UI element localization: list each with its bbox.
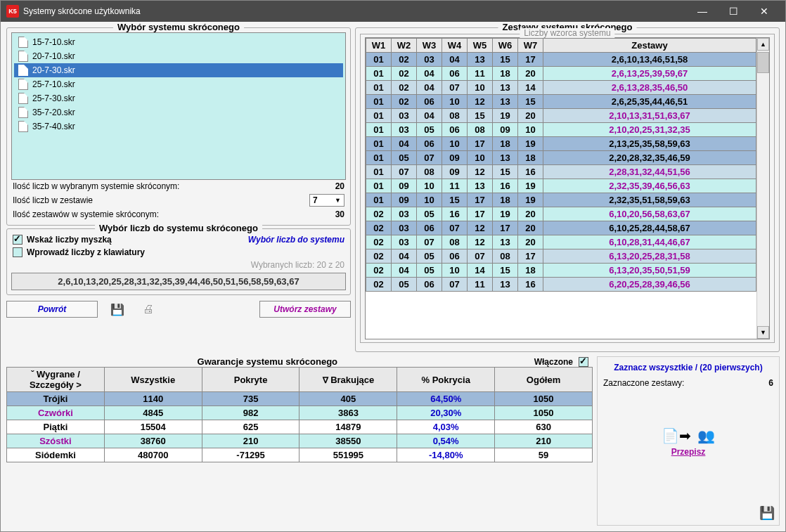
table-row[interactable]: 010304081519202,10,13,31,51,63,67	[366, 109, 756, 123]
sets-scrollbar[interactable]: ▲ ▼	[756, 38, 769, 339]
table-row[interactable]: 010406101718192,13,25,35,58,59,63	[366, 137, 756, 151]
sets-header[interactable]: W1	[366, 39, 392, 53]
number-select-panel: Wybór liczb do systemu skróconego Wskaż …	[6, 228, 351, 295]
w-cell: 07	[442, 81, 468, 95]
sets-header[interactable]: W7	[518, 39, 543, 53]
table-row[interactable]: 010204071013142,6,13,28,35,46,50	[366, 81, 756, 95]
sets-header[interactable]: W5	[468, 39, 493, 53]
table-row[interactable]: 020405060708176,13,20,25,28,31,58	[366, 249, 756, 264]
guar-header[interactable]: Pokryte	[202, 368, 299, 392]
table-row[interactable]: 010708091215162,28,31,32,44,51,56	[366, 165, 756, 179]
table-row[interactable]: Siódemki480700-71295551995-14,80%59	[7, 448, 593, 462]
print-icon[interactable]: 🖨	[137, 303, 160, 316]
table-row[interactable]: 020506071113166,20,25,28,39,46,56	[366, 278, 756, 292]
w-cell: 01	[366, 151, 392, 165]
count-numbers-value: 20	[309, 181, 344, 191]
sets-header[interactable]: W6	[493, 39, 518, 53]
guarantees-table[interactable]: ˇ Wygrane / Szczegóły >WszystkiePokryte∇…	[6, 367, 593, 462]
sets-header[interactable]: W3	[417, 39, 442, 53]
rewrite-link[interactable]: Przepisz	[602, 447, 775, 457]
w-cell: 04	[392, 249, 417, 264]
table-row[interactable]: 010206101213152,6,25,35,44,46,51	[366, 95, 756, 109]
guar-header[interactable]: ˇ Wygrane / Szczegóły >	[7, 368, 105, 392]
set-cell: 2,13,25,35,58,59,63	[543, 137, 756, 151]
w-cell: 18	[493, 67, 518, 81]
set-cell: 2,28,31,32,44,51,56	[543, 165, 756, 179]
w-cell: 07	[442, 221, 468, 235]
scroll-thumb[interactable]	[757, 52, 769, 73]
maximize-button[interactable]: ☐	[718, 1, 749, 22]
filter-icon[interactable]: ∇	[323, 375, 328, 385]
scroll-down-button[interactable]: ▼	[757, 326, 769, 339]
file-item[interactable]: 25-7-10.skr	[14, 77, 343, 91]
pick-numbers-link[interactable]: Wybór liczb do systemu	[248, 235, 344, 245]
table-row[interactable]: 020307081213206,10,28,31,44,46,67	[366, 235, 756, 249]
table-row[interactable]: Trójki114073540564,50%1050	[7, 392, 593, 406]
table-row[interactable]: 020405101415186,13,20,35,50,51,59	[366, 264, 756, 278]
w-cell: 07	[417, 235, 442, 249]
table-row[interactable]: 010507091013182,20,28,32,35,46,59	[366, 151, 756, 165]
table-row[interactable]: 020305161719206,10,20,56,58,63,67	[366, 207, 756, 221]
table-row[interactable]: 010910151718192,32,35,51,58,59,63	[366, 193, 756, 207]
file-item[interactable]: 35-7-40.skr	[14, 119, 343, 134]
file-icon	[18, 93, 28, 104]
guarantees-panel: Gwarancje systemu skróconego Włączone ˇ …	[6, 356, 593, 526]
file-name: 25-7-10.skr	[32, 79, 75, 89]
guar-header[interactable]: Wszystkie	[104, 368, 202, 392]
table-row[interactable]: Szóstki38760210385500,54%210	[7, 434, 593, 448]
w-cell: 03	[392, 235, 417, 249]
count-per-set-select[interactable]: 7▼	[309, 194, 344, 207]
close-button[interactable]: ✕	[749, 1, 780, 22]
w-cell: 17	[518, 53, 543, 67]
sets-header[interactable]: W2	[392, 39, 417, 53]
w-cell: 04	[417, 67, 442, 81]
guar-header[interactable]: ∇ Brakujące	[299, 368, 397, 392]
w-cell: 09	[442, 151, 468, 165]
w-cell: 16	[493, 179, 518, 193]
w-cell: 03	[392, 123, 417, 137]
enabled-checkbox[interactable]	[579, 357, 588, 367]
back-button[interactable]: Powrót	[6, 301, 98, 318]
table-row[interactable]: 010305060809102,10,20,25,31,32,35	[366, 123, 756, 137]
w-cell: 09	[442, 165, 468, 179]
w-cell: 04	[417, 109, 442, 123]
users-icon[interactable]: 👥	[697, 428, 715, 443]
sets-header[interactable]: W4	[442, 39, 468, 53]
guar-header[interactable]: Ogółem	[495, 368, 593, 392]
guar-value: 14879	[299, 420, 397, 434]
file-item[interactable]: 35-7-20.skr	[14, 105, 343, 119]
w-cell: 07	[417, 151, 442, 165]
w-cell: 12	[468, 165, 493, 179]
guar-value: 210	[495, 434, 593, 448]
file-item[interactable]: 20-7-10.skr	[14, 49, 343, 63]
save-icon[interactable]: 💾	[105, 303, 130, 316]
file-item[interactable]: 15-7-10.skr	[14, 35, 343, 49]
minimize-button[interactable]: —	[687, 1, 718, 22]
mouse-pick-checkbox[interactable]	[13, 235, 22, 245]
table-row[interactable]: 020306071217206,10,25,28,44,58,67	[366, 221, 756, 235]
table-row[interactable]: Piątki15504625148794,03%630	[7, 420, 593, 434]
set-cell: 6,10,20,56,58,63,67	[543, 207, 756, 221]
w-cell: 04	[417, 81, 442, 95]
w-cell: 02	[366, 278, 392, 292]
file-list[interactable]: 15-7-10.skr20-7-10.skr20-7-30.skr25-7-10…	[11, 32, 346, 180]
keyboard-pick-checkbox[interactable]	[13, 247, 22, 257]
export-icon[interactable]: 📄➡	[662, 428, 691, 443]
table-row[interactable]: 010910111316192,32,35,39,46,56,63	[366, 179, 756, 193]
table-row[interactable]: 010203041315172,6,10,13,46,51,58	[366, 53, 756, 67]
create-sets-button[interactable]: Utwórz zestawy	[259, 301, 351, 318]
file-item[interactable]: 25-7-30.skr	[14, 91, 343, 105]
sets-header[interactable]: Zestawy	[543, 39, 756, 53]
guar-value: 3863	[299, 406, 397, 420]
sets-table[interactable]: W1W2W3W4W5W6W7Zestawy010203041315172,6,1…	[366, 38, 756, 292]
file-item[interactable]: 20-7-30.skr	[14, 63, 343, 77]
w-cell: 19	[518, 179, 543, 193]
mark-all-link[interactable]: Zaznacz wszysztkie / (20 pierwszych)	[602, 361, 775, 374]
guar-value: 735	[202, 392, 299, 406]
scroll-up-button[interactable]: ▲	[757, 38, 769, 51]
table-row[interactable]: Czwórki4845982386320,30%1050	[7, 406, 593, 420]
set-cell: 2,6,13,28,35,46,50	[543, 81, 756, 95]
table-row[interactable]: 010204061118202,6,13,25,39,59,67	[366, 67, 756, 81]
guar-header[interactable]: % Pokrycia	[397, 368, 495, 392]
w-cell: 17	[468, 137, 493, 151]
